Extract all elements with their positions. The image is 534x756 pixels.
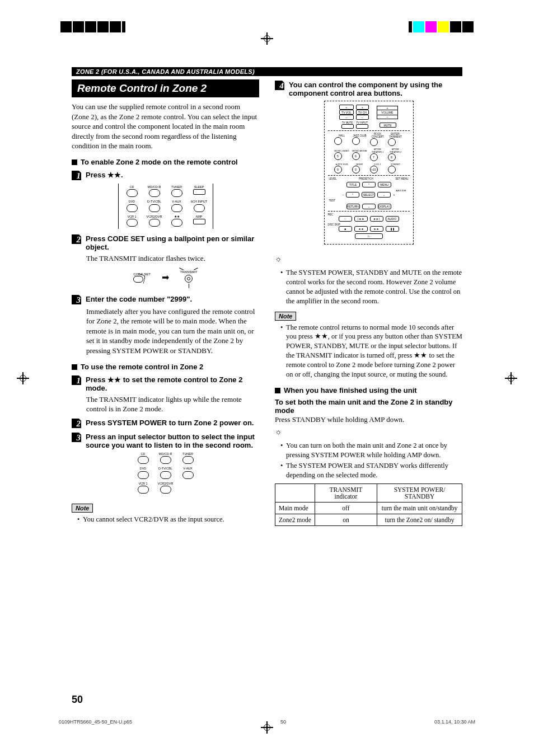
crop-marks-bottom <box>0 717 534 739</box>
enable-heading: To enable Zone 2 mode on the remote cont… <box>72 158 259 166</box>
page-title: Remote Control in Zone 2 <box>72 79 259 97</box>
finish-sub: To set both the main unit and the Zone 2… <box>275 398 462 415</box>
use-heading: To use the remote control in Zone 2 <box>72 363 259 371</box>
mode-table: TRANSMIT indicator SYSTEM POWER/ STANDBY… <box>275 483 462 526</box>
note-left-item: You cannot select VCR2/DVR as the input … <box>77 515 259 524</box>
intro-paragraph: You can use the supplied remote control … <box>72 102 259 151</box>
registration-mark-bottom <box>261 721 273 734</box>
registration-mark-left <box>17 372 29 384</box>
tip-right: The SYSTEM POWER, STANDBY and MUTE on th… <box>280 268 462 306</box>
remote-diagram-big: +TV VOL– +TV CH– +VOLUME– TV MUTE TV INP… <box>324 101 414 245</box>
tip-icon-2 <box>275 430 286 438</box>
remote-diagram-2: CD MD/CD-R TUNER DVD D-TV/CBL V-AUX VCR … <box>129 453 202 494</box>
step-1: 1Press ★★. <box>72 171 259 180</box>
left-column: Remote Control in Zone 2 You can use the… <box>72 79 259 526</box>
tip-icon <box>275 257 286 265</box>
use-step-1: 1Press ★★ to set the remote control to Z… <box>72 375 259 392</box>
step-4: 4You can control the component by using … <box>275 81 462 97</box>
use-step-3: 3Press an input selector button to selec… <box>72 433 259 449</box>
note-right-item: The remote control returns to normal mod… <box>280 323 462 379</box>
note-label-right: Note <box>275 312 296 321</box>
registration-mark-top <box>261 32 273 45</box>
crop-marks-top <box>0 21 534 44</box>
remote-diagram-1: CD MD/CD-R TUNER SLEEP DVD D-TV/CBL V-AU… <box>118 184 213 229</box>
arrow-icon: ➡ <box>162 272 169 283</box>
registration-blocks-left <box>60 21 127 32</box>
right-column: 4You can control the component by using … <box>275 79 462 526</box>
section-header: ZONE 2 (FOR U.S.A., CANADA AND AUSTRALIA… <box>72 67 462 76</box>
step-3: 3Enter the code number "2999". <box>72 295 259 304</box>
finish-tip1: You can turn on both the main unit and Z… <box>280 441 462 460</box>
codeset-diagram: CODE SET ➡ TRANSMIT <box>72 267 259 288</box>
content-area: ZONE 2 (FOR U.S.A., CANADA AND AUSTRALIA… <box>72 67 462 706</box>
page-number: 50 <box>72 694 83 706</box>
step-3-body: Immediately after you have configured th… <box>86 307 259 356</box>
finish-heading: When you have finished using the unit <box>275 386 462 395</box>
use-step-1-body: The TRANSMIT indicator lights up while t… <box>86 395 259 414</box>
step-2: 2Press CODE SET using a ballpoint pen or… <box>72 234 259 251</box>
note-label-left: Note <box>72 504 93 513</box>
use-step-2: 2Press SYSTEM POWER to turn Zone 2 power… <box>72 419 259 428</box>
step-2-body: The TRANSMIT indicator flashes twice. <box>86 253 259 264</box>
finish-body: Press STANDBY while holding AMP down. <box>275 415 462 425</box>
finish-tip2: The SYSTEM POWER and STANDBY works diffe… <box>280 461 462 480</box>
registration-mark-right <box>505 372 517 384</box>
page: ZONE 2 (FOR U.S.A., CANADA AND AUSTRALIA… <box>0 0 534 756</box>
registration-blocks-right <box>407 21 474 32</box>
